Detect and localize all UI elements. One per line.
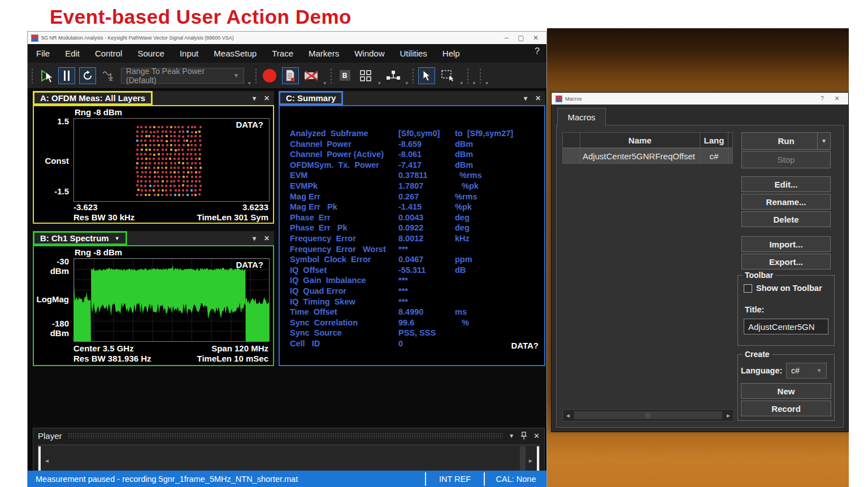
vsa-titlebar[interactable]: 5G NR Modulation Analysis - Keysight Pat… xyxy=(28,32,546,44)
bold-b-button[interactable]: B xyxy=(336,67,353,84)
marquee-select-button[interactable] xyxy=(439,67,456,84)
menu-source[interactable]: Source xyxy=(137,49,164,58)
panel-close-icon[interactable]: ✕ xyxy=(264,94,270,102)
constellation-point xyxy=(161,135,163,137)
pin-icon[interactable] xyxy=(521,432,527,440)
export-button[interactable]: Export... xyxy=(741,254,831,269)
player-titlebar[interactable]: Player ▼ ✕ xyxy=(38,430,540,441)
overflow-chevron-icon[interactable]: ▾ xyxy=(460,80,463,86)
help-icon[interactable]: ? xyxy=(535,46,540,56)
run-button[interactable]: Run ▼ xyxy=(741,132,831,150)
macros-hscrollbar[interactable]: ◄ ||| ► xyxy=(562,409,734,421)
hscroll-left-arrow[interactable]: ◄ xyxy=(563,412,573,419)
constellation-point xyxy=(136,140,138,142)
player-menu-icon[interactable]: ▼ xyxy=(509,433,514,439)
constellation-point xyxy=(183,167,185,169)
new-button[interactable]: New xyxy=(741,383,831,399)
range-dropdown[interactable]: Range To Peak Power (Default) ▼ xyxy=(121,68,244,84)
edit-button[interactable]: Edit... xyxy=(741,176,831,192)
stop-button[interactable]: Stop xyxy=(741,151,831,168)
import-button[interactable]: Import... xyxy=(741,236,831,252)
constellation-point xyxy=(153,149,155,151)
panel-c-header[interactable]: C: Summary ▾ ✕ xyxy=(279,91,545,105)
show-on-toolbar-row[interactable]: Show on Toolbar xyxy=(744,284,822,293)
menu-utilities[interactable]: Utilities xyxy=(400,49,427,58)
constellation-point xyxy=(153,140,155,142)
player-close-icon[interactable]: ✕ xyxy=(533,432,540,440)
language-dropdown[interactable]: c# ▼ xyxy=(786,363,827,379)
overflow-chevron-icon[interactable]: ▾ xyxy=(248,80,251,86)
hscroll-right-arrow[interactable]: ► xyxy=(723,412,734,419)
layout-grid-icon xyxy=(360,70,371,81)
constellation-point xyxy=(178,189,180,192)
rename-button[interactable]: Rename... xyxy=(741,194,831,210)
data-flag: DATA? xyxy=(511,341,539,350)
constellation-point xyxy=(183,171,185,173)
constellation-point xyxy=(177,158,180,160)
menu-input[interactable]: Input xyxy=(180,49,198,58)
constellation-point xyxy=(169,158,171,160)
marquee-icon xyxy=(441,69,454,82)
toolbar-separator xyxy=(31,68,33,84)
panel-close-icon[interactable]: ✕ xyxy=(264,234,270,242)
tab-macros[interactable]: Macros xyxy=(557,108,606,126)
video-disabled-button[interactable] xyxy=(303,67,320,84)
macros-close-button[interactable]: ✕ xyxy=(830,95,844,102)
node-graph-button[interactable] xyxy=(385,67,402,84)
hscroll-thumb[interactable]: ||| xyxy=(574,411,722,419)
recording-file-button[interactable] xyxy=(282,67,299,84)
header-lang[interactable]: Lang xyxy=(700,132,728,148)
constellation-point xyxy=(161,194,163,196)
panel-menu-icon[interactable]: ▾ xyxy=(253,234,256,242)
overflow-chevron-icon[interactable]: ▾ xyxy=(485,80,488,86)
menu-window[interactable]: Window xyxy=(354,49,384,58)
select-cursor-button[interactable] xyxy=(418,67,435,84)
node-graph-icon xyxy=(386,70,401,81)
menu-help[interactable]: Help xyxy=(442,49,460,58)
res-bw-readout: Res BW 381.936 Hz xyxy=(73,354,151,363)
track-left-arrow[interactable]: ◄ xyxy=(44,458,50,464)
title-input[interactable]: AdjustCenter5GN xyxy=(744,319,828,334)
menu-markers[interactable]: Markers xyxy=(309,49,339,58)
menu-trace[interactable]: Trace xyxy=(272,49,293,58)
overflow-chevron-icon[interactable]: ▾ xyxy=(324,80,327,86)
menu-meassetup[interactable]: MeasSetup xyxy=(214,49,257,58)
delete-button[interactable]: Delete xyxy=(741,211,831,227)
panel-menu-icon[interactable]: ▾ xyxy=(253,94,256,102)
panel-a-header[interactable]: A: OFDM Meas: All Layers ▾ ✕ xyxy=(33,91,274,105)
constellation-point xyxy=(141,158,143,160)
pause-button[interactable] xyxy=(58,67,75,84)
panel-close-icon[interactable]: ✕ xyxy=(535,94,541,102)
layout-grid-button[interactable] xyxy=(357,67,374,84)
layout-chevron-icon[interactable]: ▾ xyxy=(378,80,381,86)
constellation-point xyxy=(149,189,151,192)
record-macro-button[interactable]: Record xyxy=(741,401,831,416)
panel-menu-icon[interactable]: ▾ xyxy=(524,94,527,102)
spectrum-plot[interactable]: DATA? xyxy=(73,258,270,342)
record-button[interactable] xyxy=(261,67,278,84)
menu-control[interactable]: Control xyxy=(95,49,122,58)
run-dropdown[interactable]: ▼ xyxy=(817,133,830,149)
menu-file[interactable]: File xyxy=(36,49,50,58)
panel-b-header[interactable]: B: Ch1 Spectrum ▼ ▾ ✕ xyxy=(33,231,274,245)
header-name[interactable]: Name xyxy=(580,132,700,148)
macros-help-button[interactable]: ? xyxy=(815,95,830,102)
macro-row[interactable]: AdjustCenter5GNRFreqOffsetc# xyxy=(562,148,733,164)
constellation-point xyxy=(170,185,172,187)
show-on-toolbar-checkbox[interactable] xyxy=(744,284,752,293)
trigger-waveform-icon xyxy=(102,69,115,82)
restart-button[interactable] xyxy=(79,67,96,84)
macros-titlebar[interactable]: Macros ? ✕ xyxy=(552,93,848,105)
overflow-chevron-icon[interactable]: ▾ xyxy=(473,80,476,86)
panel-b-dropdown-icon[interactable]: ▼ xyxy=(115,236,120,241)
menu-edit[interactable]: Edit xyxy=(65,49,80,58)
workspace: A: OFDM Meas: All Layers ▾ ✕ Rng -8 dBm … xyxy=(28,88,546,471)
track-right-arrow[interactable]: ► xyxy=(528,458,533,464)
maximize-button[interactable]: ▢ xyxy=(514,34,528,42)
overflow-chevron-icon[interactable]: ▾ xyxy=(406,80,409,86)
close-button[interactable]: ✕ xyxy=(528,34,543,42)
minimize-button[interactable]: – xyxy=(499,34,514,42)
constellation-plot[interactable]: DATA? xyxy=(73,118,270,202)
constellation-point xyxy=(198,193,201,195)
trigger-button[interactable] xyxy=(100,67,117,84)
